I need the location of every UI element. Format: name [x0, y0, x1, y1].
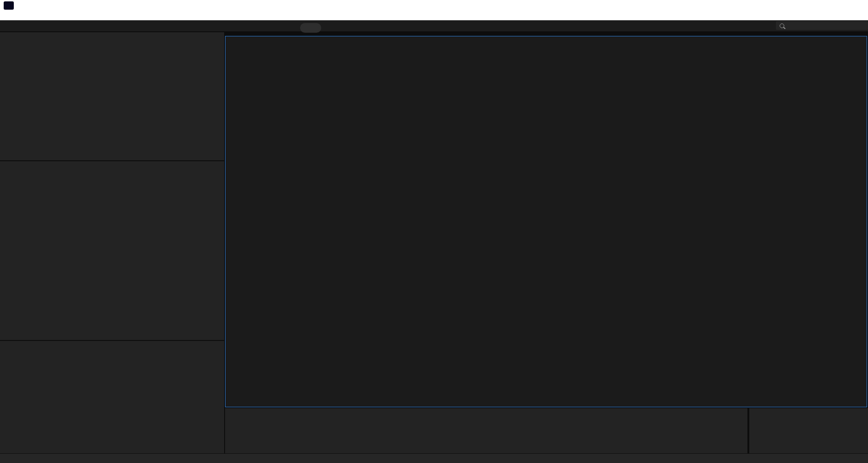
app-logo-icon: [4, 1, 14, 10]
adobe-audition-window: { "colors":{"accent":"#3e9bf0","focus_bo…: [0, 0, 868, 463]
reverse-button[interactable]: [300, 23, 321, 33]
levels-panel: [225, 408, 747, 453]
properties-panel: [0, 161, 224, 340]
search-icon: [780, 23, 784, 28]
editor-panel: [225, 36, 867, 407]
help-search-box[interactable]: [776, 21, 868, 30]
selection-view-panel: [749, 408, 868, 453]
history-panel: [0, 341, 224, 453]
help-search-input[interactable]: [787, 22, 854, 29]
toolbar: [0, 20, 868, 31]
status-bar: [0, 454, 868, 463]
title-bar: [0, 0, 868, 12]
files-panel: [0, 32, 224, 160]
menu-bar: [0, 12, 868, 20]
